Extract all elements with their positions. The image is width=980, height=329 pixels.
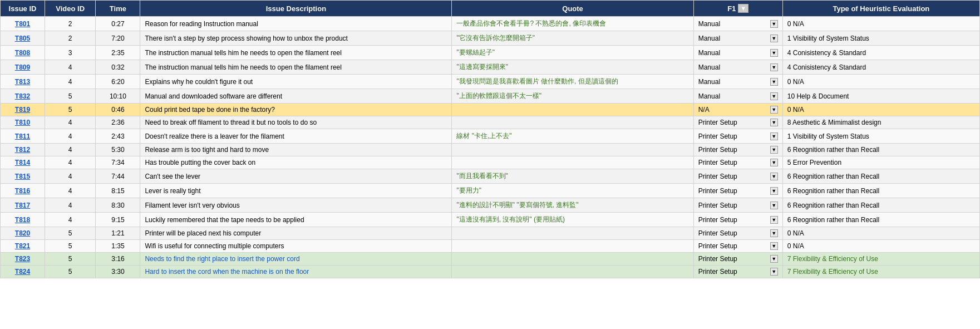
cell-issue-id[interactable]: T832 — [1, 89, 45, 104]
issue-id-link[interactable]: T832 — [15, 92, 30, 100]
f1-dropdown-arrow[interactable]: ▼ — [770, 49, 778, 57]
issue-id-link[interactable]: T812 — [15, 146, 30, 154]
cell-issue-id[interactable]: T821 — [1, 240, 45, 253]
cell-issue-id[interactable]: T820 — [1, 227, 45, 240]
cell-issue-id[interactable]: T811 — [1, 129, 45, 144]
issue-id-link[interactable]: T815 — [15, 173, 30, 180]
cell-issue-id[interactable]: T809 — [1, 60, 45, 75]
cell-issue-id[interactable]: T816 — [1, 184, 45, 198]
cell-quote: "我發現問題是我喜歡看圖片 做什麼動作, 但是讀這個的 — [452, 75, 693, 89]
issue-id-link[interactable]: T814 — [15, 159, 30, 166]
cell-f1[interactable]: Manual▼ — [693, 17, 782, 31]
cell-f1[interactable]: Manual▼ — [693, 60, 782, 75]
cell-video-id: 2 — [45, 31, 96, 46]
cell-f1[interactable]: Printer Setup▼ — [693, 144, 782, 156]
cell-quote — [452, 104, 693, 116]
f1-dropdown-arrow[interactable]: ▼ — [770, 242, 778, 250]
cell-issue-id[interactable]: T815 — [1, 169, 45, 184]
f1-value: Manual — [698, 35, 720, 42]
cell-issue-desc: Release arm is too tight and hard to mov… — [140, 144, 452, 156]
issue-id-link[interactable]: T811 — [15, 132, 30, 140]
f1-dropdown-arrow[interactable]: ▼ — [770, 20, 778, 28]
cell-quote — [452, 266, 693, 278]
f1-dropdown-arrow[interactable]: ▼ — [770, 229, 778, 237]
cell-issue-id[interactable]: T813 — [1, 75, 45, 89]
issue-id-link[interactable]: T821 — [15, 242, 30, 250]
cell-time: 2:35 — [96, 46, 140, 60]
cell-issue-id[interactable]: T818 — [1, 213, 45, 227]
cell-f1[interactable]: Printer Setup▼ — [693, 213, 782, 227]
cell-type-heuristic: 0 N/A — [782, 104, 979, 116]
cell-f1[interactable]: Printer Setup▼ — [693, 156, 782, 169]
cell-f1[interactable]: Printer Setup▼ — [693, 253, 782, 266]
cell-video-id: 4 — [45, 116, 96, 129]
cell-issue-id[interactable]: T819 — [1, 104, 45, 116]
f1-value: Printer Setup — [698, 159, 737, 166]
issue-id-link[interactable]: T808 — [15, 49, 30, 57]
f1-dropdown-arrow[interactable]: ▼ — [770, 159, 778, 166]
cell-f1[interactable]: Printer Setup▼ — [693, 198, 782, 213]
filter-icon[interactable]: ▼ — [738, 4, 748, 13]
cell-f1[interactable]: Printer Setup▼ — [693, 240, 782, 253]
f1-dropdown-arrow[interactable]: ▼ — [770, 78, 778, 86]
f1-dropdown-arrow[interactable]: ▼ — [770, 173, 778, 180]
cell-time: 2:43 — [96, 129, 140, 144]
col-header-video-id: Video ID — [45, 1, 96, 17]
issue-id-link[interactable]: T819 — [15, 106, 30, 114]
table-row: T832510:10Manual and downloaded software… — [1, 89, 980, 104]
f1-dropdown-arrow[interactable]: ▼ — [770, 35, 778, 42]
cell-issue-desc: Can't see the lever — [140, 169, 452, 184]
cell-issue-id[interactable]: T814 — [1, 156, 45, 169]
cell-issue-id[interactable]: T812 — [1, 144, 45, 156]
f1-dropdown-arrow[interactable]: ▼ — [770, 106, 778, 114]
issue-id-link[interactable]: T823 — [15, 255, 30, 263]
f1-dropdown-arrow[interactable]: ▼ — [770, 119, 778, 126]
cell-f1[interactable]: Manual▼ — [693, 31, 782, 46]
cell-f1[interactable]: Printer Setup▼ — [693, 184, 782, 198]
cell-f1[interactable]: Manual▼ — [693, 75, 782, 89]
f1-dropdown-arrow[interactable]: ▼ — [770, 216, 778, 224]
cell-video-id: 4 — [45, 75, 96, 89]
f1-dropdown-arrow[interactable]: ▼ — [770, 63, 778, 71]
cell-issue-id[interactable]: T810 — [1, 116, 45, 129]
cell-f1[interactable]: Printer Setup▼ — [693, 266, 782, 278]
f1-value: Manual — [698, 20, 720, 28]
issue-id-link[interactable]: T824 — [15, 268, 30, 276]
issue-id-link[interactable]: T813 — [15, 78, 30, 86]
cell-f1[interactable]: Printer Setup▼ — [693, 116, 782, 129]
cell-issue-desc: Doesn't realize there is a leaver for th… — [140, 129, 452, 144]
cell-issue-id[interactable]: T823 — [1, 253, 45, 266]
cell-video-id: 3 — [45, 46, 96, 60]
cell-issue-id[interactable]: T801 — [1, 17, 45, 31]
cell-issue-id[interactable]: T805 — [1, 31, 45, 46]
issue-id-link[interactable]: T810 — [15, 119, 30, 126]
col-header-f1[interactable]: F1 ▼ — [693, 1, 782, 17]
issue-id-link[interactable]: T816 — [15, 187, 30, 195]
cell-f1[interactable]: Manual▼ — [693, 46, 782, 60]
cell-video-id: 5 — [45, 253, 96, 266]
f1-dropdown-arrow[interactable]: ▼ — [770, 255, 778, 263]
issue-id-link[interactable]: T809 — [15, 63, 30, 71]
issue-id-link[interactable]: T817 — [15, 202, 30, 209]
f1-dropdown-arrow[interactable]: ▼ — [770, 268, 778, 276]
cell-type-heuristic: 1 Visibility of System Status — [782, 129, 979, 144]
cell-f1[interactable]: Printer Setup▼ — [693, 129, 782, 144]
cell-f1[interactable]: Manual▼ — [693, 89, 782, 104]
cell-f1[interactable]: Printer Setup▼ — [693, 169, 782, 184]
f1-dropdown-arrow[interactable]: ▼ — [770, 187, 778, 195]
cell-issue-id[interactable]: T817 — [1, 198, 45, 213]
cell-f1[interactable]: N/A▼ — [693, 104, 782, 116]
f1-dropdown-arrow[interactable]: ▼ — [770, 146, 778, 154]
f1-dropdown-arrow[interactable]: ▼ — [770, 92, 778, 100]
issue-id-link[interactable]: T820 — [15, 229, 30, 237]
issue-id-link[interactable]: T818 — [15, 216, 30, 224]
issue-id-link[interactable]: T805 — [15, 35, 30, 42]
cell-issue-id[interactable]: T824 — [1, 266, 45, 278]
f1-dropdown-arrow[interactable]: ▼ — [770, 202, 778, 209]
issue-id-link[interactable]: T801 — [15, 20, 30, 28]
cell-issue-desc: Needs to find the right place to insert … — [140, 253, 452, 266]
f1-dropdown-arrow[interactable]: ▼ — [770, 132, 778, 140]
cell-f1[interactable]: Printer Setup▼ — [693, 227, 782, 240]
table-row: T80120:27Reason for reading Instruction … — [1, 17, 980, 31]
cell-issue-id[interactable]: T808 — [1, 46, 45, 60]
